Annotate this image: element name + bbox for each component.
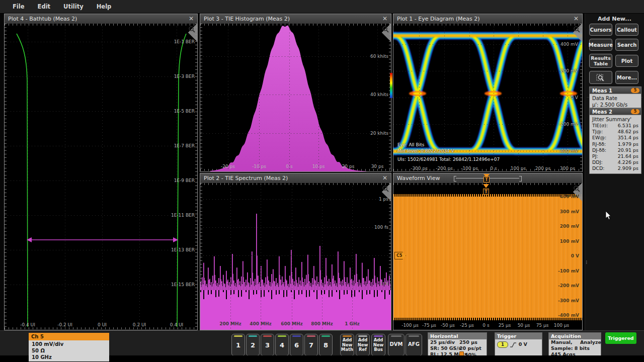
jitter-label: EW@: <box>592 135 606 141</box>
add-new-measure-button[interactable]: Measure <box>589 39 612 51</box>
plot4-close-icon[interactable]: ✕ <box>189 14 194 24</box>
meas2-panel[interactable]: Meas 2 5 Jitter Summary' TIE(σ):6.531 ps… <box>589 108 641 174</box>
add-new-results-table-button[interactable]: ResultsTable <box>589 54 612 68</box>
axis-label: -0.4 UI <box>20 322 35 327</box>
channel5-setting-line: 100 mV/div <box>32 341 109 347</box>
rising-edge-icon <box>510 342 517 348</box>
waveform-header[interactable]: Waveform View T <box>393 173 582 183</box>
gridline <box>292 183 292 330</box>
channel5-setting-line: 50 Ω <box>32 347 109 354</box>
axis-label: 100 mV <box>560 239 579 244</box>
axis-label: 10 ps <box>312 164 325 169</box>
channel-7-button[interactable]: 7 <box>304 334 318 356</box>
plot1-close-icon[interactable]: ✕ <box>574 14 579 24</box>
jitter-value: 2.909 ps <box>618 165 638 171</box>
add-new-plot-button[interactable]: Plot <box>615 55 638 67</box>
plot4-header[interactable]: Plot 4 - Bathtub (Meas 2) ✕ <box>5 14 197 24</box>
acquisition-title: Acquisition <box>549 333 601 339</box>
meas2-header[interactable]: Meas 2 5 <box>589 108 641 115</box>
channel5-settings-button[interactable]: Ch 5 100 mV/div50 Ω10 GHz <box>29 333 109 360</box>
add-color-stripe <box>358 335 367 337</box>
add-new-ref-button[interactable]: AddNewRef <box>356 334 370 356</box>
acq-mode: Manual, <box>551 339 573 345</box>
meas1-header[interactable]: Meas 1 5 <box>589 86 641 94</box>
axis-label: 25 μs <box>499 323 511 328</box>
gridline <box>200 56 391 57</box>
add-new-callout-button[interactable]: Callout <box>615 24 638 36</box>
add-new-bus-button[interactable]: AddNewBus <box>371 334 385 356</box>
horizontal-settings-button[interactable]: Horizontal 25 μs/div250 μsSR: 50 GS/s20 … <box>428 332 487 358</box>
waveform-body[interactable]: T C5 400 mV300 mV200 mV100 mV0 V-100 mV-… <box>393 183 582 330</box>
add-new-search-button[interactable]: Search <box>615 39 638 51</box>
plot2-close-icon[interactable]: ✕ <box>382 173 387 183</box>
magnifier-icon <box>573 26 580 33</box>
plot4-body[interactable]: 1E-1 BER1E-3 BER1E-5 BER1E-7 BER1E-9 BER… <box>5 24 197 330</box>
horizontal-row: 25 μs/div250 μs <box>428 339 487 345</box>
jitter-label: DDJ: <box>592 159 603 165</box>
axis-label: 0 V <box>571 253 579 258</box>
zoom-select-button[interactable] <box>589 71 612 84</box>
axis-label: 1E-1 BER <box>174 39 195 44</box>
channel-3-button[interactable]: 3 <box>261 334 274 356</box>
meas1-source-badge: 5 <box>631 88 639 93</box>
plot1-header[interactable]: Plot 1 - Eye Diagram (Meas 2) ✕ <box>393 14 582 24</box>
afg-button[interactable]: AFG <box>406 334 422 356</box>
jitter-row: DCD:2.909 ps <box>592 165 638 171</box>
plot1-title: Plot 1 - Eye Diagram (Meas 2) <box>397 16 479 22</box>
plot3-close-icon[interactable]: ✕ <box>382 14 387 24</box>
add-new-math-button[interactable]: AddNewMath <box>340 334 354 356</box>
channel-2-button[interactable]: 2 <box>246 334 260 356</box>
channel-6-button[interactable]: 6 <box>290 334 303 356</box>
gridline <box>228 24 228 171</box>
gridline <box>5 250 197 250</box>
plot2-header[interactable]: Plot 2 - TIE Spectrum (Meas 2) ✕ <box>200 173 391 183</box>
channel-color-stripe <box>321 335 330 337</box>
axis-label: 0.2 UI <box>133 322 146 327</box>
axis-label: 0 s <box>482 323 489 328</box>
jitter-label: PJ: <box>592 153 598 159</box>
axis-label: 1E-5 BER <box>174 109 195 114</box>
gridline <box>5 76 197 77</box>
trigger-settings-button[interactable]: Trigger 1 0 V <box>495 332 542 358</box>
channel-color-stripe <box>278 335 286 337</box>
gridline <box>393 124 582 125</box>
jitter-row: TIE(σ):6.531 ps <box>592 123 638 129</box>
menu-edit[interactable]: Edit <box>38 3 51 10</box>
axis-label: 300 ps <box>560 166 575 171</box>
dvm-label: DVM <box>388 334 404 354</box>
channel-color-stripe <box>292 335 301 337</box>
plot2-body[interactable]: 1 ps100 fs1 fs200 MHz400 MHz600 MHz800 M… <box>200 183 391 330</box>
axis-label: -200 mV <box>559 122 578 127</box>
axis-label: -400 mV <box>559 148 578 153</box>
more-button[interactable]: More... <box>615 71 638 84</box>
trigger-position-flag[interactable]: T <box>484 176 490 183</box>
meas1-panel[interactable]: Meas 1 5 Data Rate μ': 2.500 Gb/s <box>589 86 641 110</box>
trigger-marker-icon[interactable] <box>483 184 489 188</box>
histogram-plot <box>200 24 391 171</box>
axis-label: -0.2 UI <box>57 322 72 327</box>
meas2-body[interactable]: Jitter Summary' TIE(σ):6.531 psTJ@:48.62… <box>589 115 641 174</box>
drag-handle-icon[interactable]: ⁞ <box>586 261 588 263</box>
plot3-body[interactable]: 60 khits40 khits20 khits-20 ps-10 ps0 s1… <box>200 24 391 171</box>
add-new-cursors-button[interactable]: Cursors <box>589 24 612 36</box>
axis-label: 400 mV <box>560 42 578 47</box>
axis-label: -100 ps <box>461 166 478 171</box>
plot1-body[interactable]: 400 mV200 mV0 V-200 mV-400 mV-300 ps-200… <box>393 24 582 171</box>
plot3-header[interactable]: Plot 3 - TIE Histogram (Meas 2) ✕ <box>200 14 391 24</box>
channel-4-button[interactable]: 4 <box>275 334 289 356</box>
axis-label: -400 mV <box>558 313 579 318</box>
acquisition-settings-button[interactable]: Acquisition Manual,Analyze Sample: 8 bit… <box>548 332 601 358</box>
gridline <box>230 183 231 330</box>
menu-help[interactable]: Help <box>97 3 112 10</box>
dvm-button[interactable]: DVM <box>388 334 405 356</box>
axis-label: 0 s <box>286 164 292 169</box>
eye-stats-line2: Mid level: 0.8022/2034 V <box>397 148 454 153</box>
menu-file[interactable]: File <box>13 3 25 10</box>
axis-label: 400 mV <box>560 194 579 199</box>
trigger-marker-flag[interactable]: T <box>483 189 489 195</box>
channel-1-button[interactable]: 1 <box>231 334 245 356</box>
afg-label: AFG <box>406 334 422 354</box>
channel-8-button[interactable]: 8 <box>319 334 333 356</box>
menu-utility[interactable]: Utility <box>63 3 84 10</box>
plot2-spectrum-panel: Plot 2 - TIE Spectrum (Meas 2) ✕ 1 ps100… <box>200 173 391 330</box>
